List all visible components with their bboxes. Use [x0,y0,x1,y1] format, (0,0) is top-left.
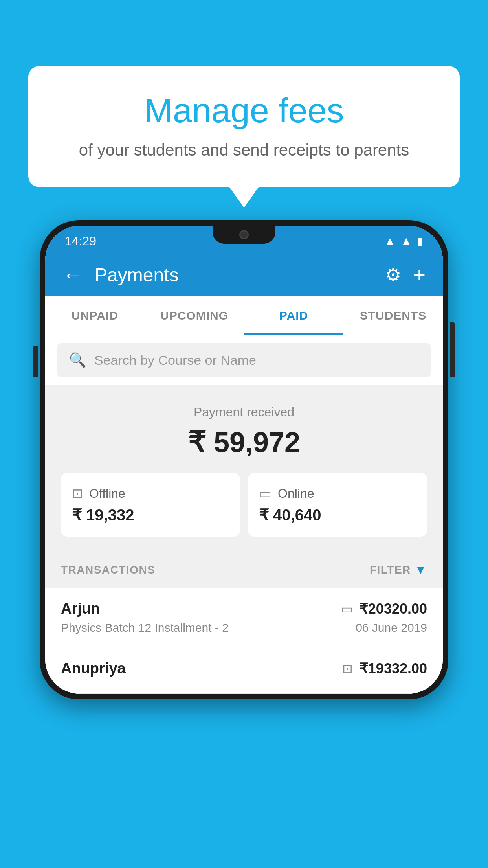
payment-cards: ⊡ Offline ₹ 19,332 ▭ Online ₹ 40,640 [61,473,427,537]
online-label: Online [278,486,314,501]
online-card-header: ▭ Online [259,485,416,501]
transactions-label: TRANSACTIONS [61,564,155,576]
status-icons: ▲ ▲ ▮ [385,235,423,248]
offline-label: Offline [89,486,125,501]
tab-students[interactable]: STUDENTS [343,296,443,335]
search-icon: 🔍 [69,352,86,368]
filter-icon: ▼ [415,563,427,577]
tab-upcoming[interactable]: UPCOMING [145,296,244,335]
tabs-bar: UNPAID UPCOMING PAID STUDENTS [45,296,443,335]
page-title: Payments [95,264,373,286]
payment-received-label: Payment received [61,405,427,419]
transaction-row-2[interactable]: Anupriya ⊡ ₹19332.00 [45,647,443,694]
transaction-right-1: ▭ ₹20320.00 [341,601,427,617]
speech-bubble: Manage fees of your students and send re… [28,66,460,187]
status-time: 14:29 [65,234,96,248]
manage-fees-subtitle: of your students and send receipts to pa… [60,141,428,160]
signal-icon: ▲ [401,235,412,247]
wifi-icon: ▲ [385,235,396,247]
offline-payment-icon-2: ⊡ [342,661,353,676]
offline-amount: ₹ 19,332 [72,506,229,524]
tab-unpaid[interactable]: UNPAID [45,296,145,335]
transaction-date-1: 06 June 2019 [356,621,427,634]
tab-paid[interactable]: PAID [244,296,343,335]
course-name-1: Physics Batch 12 Installment - 2 [61,621,229,634]
transaction-bottom-1: Physics Batch 12 Installment - 2 06 June… [61,621,427,634]
transaction-right-2: ⊡ ₹19332.00 [342,660,427,677]
online-amount: ₹ 40,640 [259,506,416,524]
camera [239,230,249,239]
gear-icon[interactable]: ⚙ [385,264,401,285]
online-payment-icon-1: ▭ [341,601,353,616]
transaction-top-1: Arjun ▭ ₹20320.00 [61,600,427,617]
student-name-1: Arjun [61,600,100,617]
online-card: ▭ Online ₹ 40,640 [248,473,427,537]
offline-card-header: ⊡ Offline [72,485,229,501]
transaction-top-2: Anupriya ⊡ ₹19332.00 [61,660,427,677]
manage-fees-title: Manage fees [60,90,428,131]
search-container: 🔍 Search by Course or Name [45,335,443,385]
app-header: ← Payments ⚙ + [45,253,443,296]
offline-icon: ⊡ [72,485,83,501]
offline-card: ⊡ Offline ₹ 19,332 [61,473,240,537]
search-placeholder: Search by Course or Name [94,353,256,368]
phone-outer: 14:29 ▲ ▲ ▮ ← Payments ⚙ + UNPAID [40,220,448,699]
phone-notch [213,226,275,244]
transaction-amount-1: ₹20320.00 [359,601,427,617]
filter-button[interactable]: FILTER ▼ [370,563,427,577]
transaction-amount-2: ₹19332.00 [359,660,427,677]
transactions-header: TRANSACTIONS FILTER ▼ [45,552,443,588]
student-name-2: Anupriya [61,660,126,677]
search-box[interactable]: 🔍 Search by Course or Name [57,343,431,377]
back-button[interactable]: ← [62,263,83,287]
transaction-row-1[interactable]: Arjun ▭ ₹20320.00 Physics Batch 12 Insta… [45,588,443,647]
payment-summary: Payment received ₹ 59,972 ⊡ Offline ₹ 19… [45,385,443,552]
battery-icon: ▮ [417,235,423,248]
phone-screen: 14:29 ▲ ▲ ▮ ← Payments ⚙ + UNPAID [45,226,443,694]
online-icon: ▭ [259,485,272,501]
payment-total-amount: ₹ 59,972 [61,426,427,459]
filter-label: FILTER [370,564,411,576]
phone-wrapper: 14:29 ▲ ▲ ▮ ← Payments ⚙ + UNPAID [40,220,448,699]
add-icon[interactable]: + [413,263,426,287]
